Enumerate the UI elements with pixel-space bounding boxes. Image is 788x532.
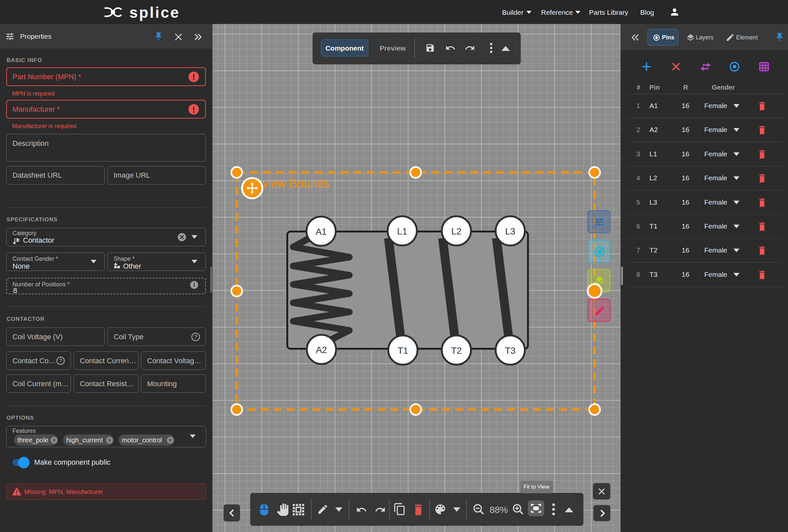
svg-text:L1: L1 bbox=[397, 226, 407, 236]
svg-text:A2: A2 bbox=[316, 345, 327, 355]
svg-text:T2: T2 bbox=[451, 346, 462, 356]
svg-text:?: ? bbox=[194, 334, 197, 340]
svg-text:L3: L3 bbox=[505, 226, 515, 236]
svg-text:T1: T1 bbox=[398, 346, 409, 356]
svg-text:L2: L2 bbox=[451, 226, 461, 236]
svg-text:A1: A1 bbox=[316, 226, 327, 237]
svg-text:T3: T3 bbox=[505, 346, 516, 356]
svg-text:?: ? bbox=[59, 358, 62, 363]
